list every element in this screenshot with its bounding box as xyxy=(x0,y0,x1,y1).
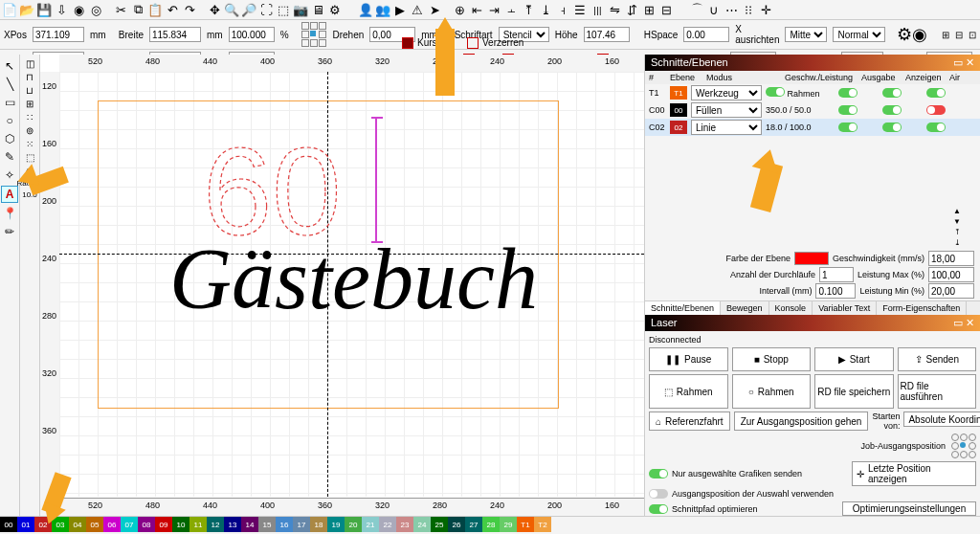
palette-swatch[interactable]: 07 xyxy=(121,517,138,532)
tab-shape[interactable]: Form-Eigenschaften xyxy=(877,301,967,315)
zoom-out-icon[interactable]: 🔎 xyxy=(241,2,256,17)
goto-origin-button[interactable]: Zur Ausgangsposition gehen xyxy=(734,412,869,431)
warning-icon[interactable]: ⚠ xyxy=(410,2,425,17)
layer-up-icon[interactable]: ▲ xyxy=(953,207,961,215)
import-icon[interactable]: ⇩ xyxy=(54,2,69,17)
user-add-icon[interactable]: 👥 xyxy=(375,2,390,17)
palette-swatch[interactable]: 14 xyxy=(241,517,258,532)
font-height-input[interactable] xyxy=(584,27,630,42)
monitor-icon[interactable]: 🖥 xyxy=(310,2,325,17)
canvas-area[interactable]: 520 480 440 400 360 320 280 240 200 160 … xyxy=(40,55,644,516)
camera-icon[interactable]: 📷 xyxy=(293,2,308,17)
palette-swatch[interactable]: 00 xyxy=(0,517,17,532)
pause-button[interactable]: ❚❚ Pause xyxy=(649,347,728,371)
offset-tool[interactable]: ◫ xyxy=(26,58,34,69)
layer-color-swatch[interactable] xyxy=(794,252,829,265)
palette-swatch[interactable]: 06 xyxy=(103,517,121,532)
move-icon[interactable]: ✥ xyxy=(207,2,222,17)
palette-swatch[interactable]: 05 xyxy=(86,517,103,532)
start-button[interactable]: ▶ Start xyxy=(814,347,894,371)
interval-input[interactable] xyxy=(815,283,856,299)
bolt-icon[interactable]: ▶ xyxy=(392,2,408,17)
hspace-input[interactable] xyxy=(683,27,729,42)
dist-h-icon[interactable]: ☰ xyxy=(572,2,588,17)
xpos-input[interactable] xyxy=(33,27,84,42)
flip-v-icon[interactable]: ⇵ xyxy=(624,2,639,17)
send-icon[interactable]: ➤ xyxy=(427,2,442,17)
palette-swatch[interactable]: 04 xyxy=(69,517,86,532)
save-icon[interactable]: 💾 xyxy=(36,2,52,17)
palette-swatch[interactable]: 10 xyxy=(172,517,189,532)
layer-row[interactable]: T1 T1 Werkzeug Rahmen xyxy=(645,84,980,101)
rotate-input[interactable] xyxy=(369,27,415,42)
tab-cuts[interactable]: Schnitte/Ebenen xyxy=(645,301,721,315)
layer-row[interactable]: C00 00 Füllen 350.0 / 50.0 xyxy=(645,101,980,119)
font-select[interactable]: Stencil xyxy=(499,27,549,42)
weld-icon[interactable]: ⌒ xyxy=(689,2,704,17)
weld-tool[interactable]: ⊓ xyxy=(26,72,33,82)
align-b-icon[interactable]: ⤓ xyxy=(538,2,553,17)
user-icon[interactable]: 👤 xyxy=(358,2,373,17)
save-rd-button[interactable]: RD file speichern xyxy=(814,374,894,409)
layer-row[interactable]: C02 02 Linie 18.0 / 100.0 xyxy=(645,119,980,136)
open-icon[interactable]: 📂 xyxy=(19,2,34,17)
redo-icon[interactable]: ↷ xyxy=(182,2,197,17)
tab-vartext[interactable]: Variabler Text xyxy=(813,301,877,315)
home-button[interactable]: ⌂ Referenzfahrt xyxy=(649,412,730,431)
marker-tool[interactable]: 📍 xyxy=(2,206,17,221)
undock2-icon[interactable]: ▭ xyxy=(953,317,963,328)
palette-swatch[interactable]: 29 xyxy=(500,517,517,532)
copy-icon[interactable]: ⧉ xyxy=(130,2,145,17)
job-origin-grid[interactable] xyxy=(951,434,976,458)
palette-swatch[interactable]: 26 xyxy=(448,517,465,532)
palette-swatch[interactable]: 01 xyxy=(17,517,34,532)
palette-swatch[interactable]: 15 xyxy=(258,517,276,532)
frame2-button[interactable]: ○ Rahmen xyxy=(732,374,812,409)
bool-tool[interactable]: ⊔ xyxy=(26,85,33,96)
pmax-input[interactable] xyxy=(928,267,974,282)
text-script-object[interactable]: Gästebuch xyxy=(169,230,538,328)
palette-swatch[interactable]: 25 xyxy=(431,517,448,532)
palette-swatch[interactable]: 19 xyxy=(327,517,345,532)
passes-input[interactable] xyxy=(819,267,854,282)
blank1-tool[interactable]: ⬚ xyxy=(26,152,34,163)
align-t-icon[interactable]: ⤒ xyxy=(521,2,536,17)
paste-icon[interactable]: 📋 xyxy=(147,2,163,17)
select-box-icon[interactable]: ⬚ xyxy=(276,2,291,17)
palette-swatch[interactable]: T2 xyxy=(534,517,551,532)
group-icon[interactable]: ⊞ xyxy=(641,2,657,17)
arrange2-icon[interactable]: ⊟ xyxy=(955,30,963,40)
arrange1-icon[interactable]: ⊞ xyxy=(942,30,949,40)
palette-swatch[interactable]: 28 xyxy=(482,517,500,532)
stop-button[interactable]: ■ Stopp xyxy=(732,347,812,371)
gear-icon[interactable]: ⚙ xyxy=(327,2,343,17)
circ-array-tool[interactable]: ⊚ xyxy=(26,125,33,136)
xalign-select[interactable]: Mitte xyxy=(785,27,827,42)
array-tool[interactable]: ∷ xyxy=(27,112,33,122)
palette-swatch[interactable]: 22 xyxy=(379,517,396,532)
line-tool[interactable]: ╲ xyxy=(2,77,17,92)
start-from-select[interactable]: Absolute Koordinaten xyxy=(903,412,980,427)
palette-swatch[interactable]: 20 xyxy=(345,517,362,532)
close2-icon[interactable]: ✕ xyxy=(966,317,974,328)
palette-swatch[interactable]: T1 xyxy=(517,517,534,532)
trace-icon[interactable]: ⋯ xyxy=(724,2,739,17)
palette-swatch[interactable]: 27 xyxy=(465,517,482,532)
array-icon[interactable]: ⁝⁝ xyxy=(741,2,756,17)
palette-swatch[interactable]: 23 xyxy=(396,517,413,532)
align-m-icon[interactable]: ⫞ xyxy=(555,2,570,17)
ungroup-icon[interactable]: ⊟ xyxy=(658,2,674,17)
new-icon[interactable]: 📄 xyxy=(2,2,17,17)
grid-tool[interactable]: ⊞ xyxy=(26,99,33,109)
palette-swatch[interactable]: 12 xyxy=(207,517,224,532)
layer-bot-icon[interactable]: ⤓ xyxy=(954,238,961,247)
align-c-icon[interactable]: ⫠ xyxy=(503,2,519,17)
arrange3-icon[interactable]: ⊡ xyxy=(969,30,976,40)
preview-icon[interactable]: ⚙◉ xyxy=(897,24,927,45)
target-icon[interactable]: ⊕ xyxy=(452,2,467,17)
palette-swatch[interactable]: 18 xyxy=(310,517,327,532)
width-pct-input[interactable] xyxy=(229,27,275,42)
anchor-grid[interactable] xyxy=(301,22,326,47)
layer-top-icon[interactable]: ⤒ xyxy=(954,228,961,236)
align-r-icon[interactable]: ⇥ xyxy=(486,2,501,17)
